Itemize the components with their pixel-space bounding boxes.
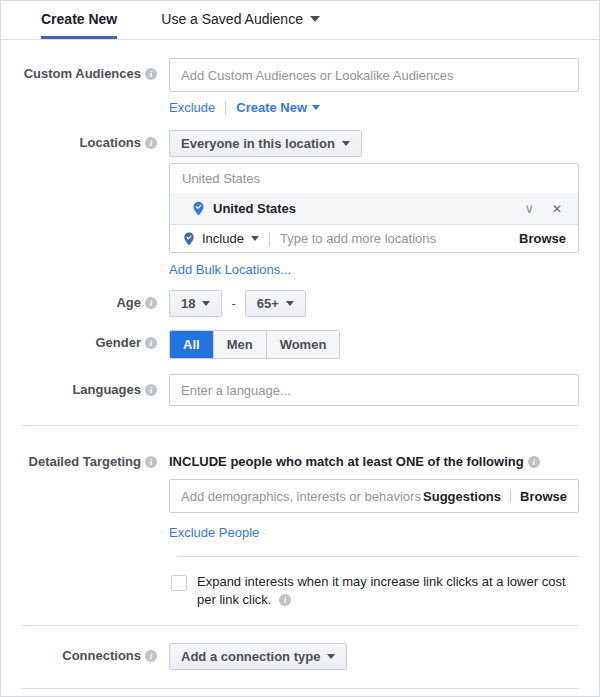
tab-saved-audience[interactable]: Use a Saved Audience xyxy=(161,11,320,39)
gender-option-all[interactable]: All xyxy=(170,331,213,358)
info-icon[interactable]: i xyxy=(145,137,157,149)
detailed-targeting-label: Detailed Targetingi xyxy=(1,446,169,469)
location-include-row: Include Browse xyxy=(170,224,578,252)
targeting-input[interactable] xyxy=(181,489,423,504)
chevron-down-icon xyxy=(202,301,210,306)
info-icon[interactable]: i xyxy=(145,650,157,662)
audience-form: Custom Audiencesi Exclude Create New Loc… xyxy=(1,40,599,697)
locations-label: Locationsi xyxy=(1,130,169,150)
section-divider xyxy=(21,425,579,426)
expand-interests-text: Expand interests when it may increase li… xyxy=(197,573,579,609)
info-icon[interactable]: i xyxy=(279,594,291,606)
info-icon[interactable]: i xyxy=(145,337,157,349)
age-min-dropdown[interactable]: 18 xyxy=(169,290,222,317)
chevron-down-icon xyxy=(342,141,350,146)
info-icon[interactable]: i xyxy=(145,68,157,80)
age-max-dropdown[interactable]: 65+ xyxy=(245,290,306,317)
custom-audiences-label: Custom Audiencesi xyxy=(1,58,169,81)
chevron-down-icon xyxy=(286,301,294,306)
divider xyxy=(225,101,226,115)
locations-row: Locationsi Everyone in this location Uni… xyxy=(1,130,579,277)
section-divider xyxy=(21,625,579,626)
age-range-separator: - xyxy=(231,296,235,311)
expand-interests-row: Expand interests when it may increase li… xyxy=(1,573,579,609)
expand-interests-checkbox[interactable] xyxy=(171,575,187,591)
subsection-divider xyxy=(177,556,579,557)
map-pin-icon xyxy=(191,201,206,216)
browse-targeting-link[interactable]: Browse xyxy=(520,489,567,504)
location-search-input[interactable] xyxy=(280,231,519,246)
selected-location-name: United States xyxy=(213,201,296,216)
detailed-targeting-row: Detailed Targetingi INCLUDE people who m… xyxy=(1,446,579,540)
custom-audiences-links: Exclude Create New xyxy=(169,100,579,115)
language-input[interactable] xyxy=(169,374,579,406)
connection-type-dropdown[interactable]: Add a connection type xyxy=(169,643,347,670)
tab-saved-audience-label: Use a Saved Audience xyxy=(161,11,303,27)
gender-segmented-control: All Men Women xyxy=(169,330,340,359)
custom-audiences-row: Custom Audiencesi Exclude Create New xyxy=(1,58,579,115)
remove-location-icon[interactable]: ✕ xyxy=(550,202,564,216)
location-mode-dropdown[interactable]: Everyone in this location xyxy=(169,130,362,157)
custom-audiences-input[interactable] xyxy=(169,58,579,92)
add-bulk-locations-link[interactable]: Add Bulk Locations... xyxy=(169,262,291,277)
chevron-down-icon xyxy=(310,16,320,22)
suggestions-link[interactable]: Suggestions xyxy=(423,489,501,504)
exclude-link[interactable]: Exclude xyxy=(169,100,215,115)
include-statement: INCLUDE people who match at least ONE of… xyxy=(169,446,579,469)
info-icon[interactable]: i xyxy=(145,456,157,468)
chevron-down-icon xyxy=(312,105,320,110)
include-dropdown[interactable] xyxy=(251,236,259,241)
location-search-display: United States xyxy=(170,164,578,193)
gender-label: Genderi xyxy=(1,330,169,350)
info-icon[interactable]: i xyxy=(145,297,157,309)
connections-row: Connectionsi Add a connection type xyxy=(1,643,579,670)
info-icon[interactable]: i xyxy=(528,456,540,468)
selected-location-row[interactable]: United States ∨ ✕ xyxy=(170,193,578,224)
include-dropdown-label: Include xyxy=(202,231,244,246)
divider xyxy=(269,232,270,246)
tab-create-new-label: Create New xyxy=(41,11,117,27)
location-box: United States United States ∨ ✕ xyxy=(169,163,579,253)
languages-row: Languagesi xyxy=(1,374,579,406)
exclude-people-link[interactable]: Exclude People xyxy=(169,525,259,540)
map-pin-icon xyxy=(182,232,196,246)
targeting-input-wrap: Suggestions Browse xyxy=(169,479,579,513)
age-label: Agei xyxy=(1,290,169,310)
tab-create-new[interactable]: Create New xyxy=(41,11,117,39)
chevron-down-icon xyxy=(327,654,335,659)
languages-label: Languagesi xyxy=(1,374,169,397)
info-icon[interactable]: i xyxy=(145,384,157,396)
gender-row: Genderi All Men Women xyxy=(1,330,579,359)
gender-option-men[interactable]: Men xyxy=(213,331,266,358)
section-divider xyxy=(21,688,579,689)
divider xyxy=(510,489,511,503)
gender-option-women[interactable]: Women xyxy=(266,331,340,358)
audience-tabbar: Create New Use a Saved Audience xyxy=(1,1,599,40)
connections-label: Connectionsi xyxy=(1,643,169,663)
create-new-link[interactable]: Create New xyxy=(236,100,307,115)
expand-location-chevron-icon[interactable]: ∨ xyxy=(520,201,538,216)
audience-editor-panel: Create New Use a Saved Audience Custom A… xyxy=(0,0,600,697)
age-row: Agei 18 - 65+ xyxy=(1,290,579,317)
browse-locations-link[interactable]: Browse xyxy=(519,231,566,246)
